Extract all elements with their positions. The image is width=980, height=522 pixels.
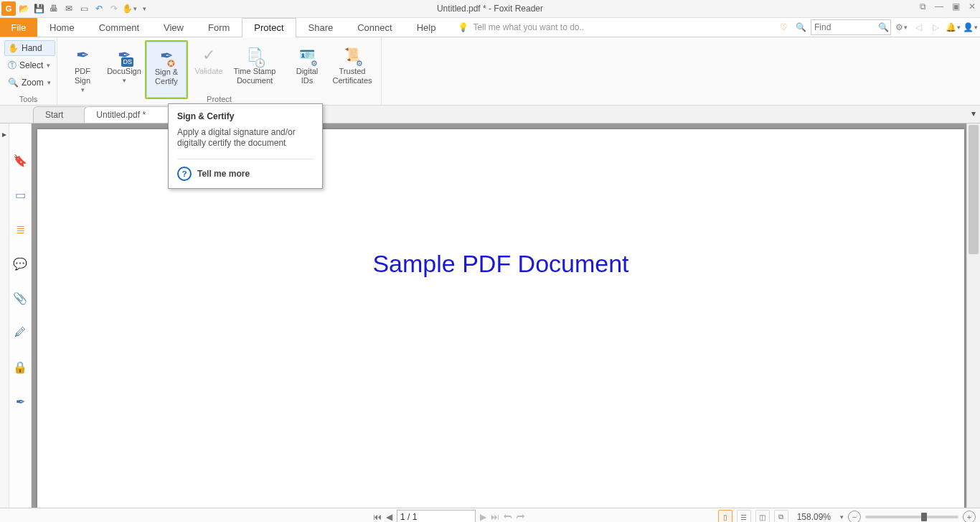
- status-bar: ⏮ ◀ 1 / 1 ▶ ⏭ ⮪ ⮫ ▯ ☰ ◫ ⧉ 158.09% ▾ − +: [0, 508, 980, 522]
- tooltip-title: Sign & Certify: [177, 111, 314, 121]
- hand-qat-icon[interactable]: ✋▾: [122, 1, 136, 16]
- settings-gear-icon[interactable]: ⚙▾: [894, 20, 908, 34]
- docusign-button[interactable]: ✒DS DocuSign ▾: [103, 40, 145, 98]
- sign-panel-icon[interactable]: ✒: [12, 393, 28, 409]
- ribbon-toggle-icon[interactable]: ⧉: [920, 1, 926, 11]
- hand-tool-label: Hand: [22, 43, 42, 53]
- find-input[interactable]: [811, 22, 876, 32]
- user-icon[interactable]: 👤▾: [963, 20, 977, 34]
- find-go-icon[interactable]: 🔍: [876, 22, 890, 32]
- doc-tab-start[interactable]: Start: [33, 106, 88, 123]
- pdf-sign-button[interactable]: ✒ PDF Sign ▾: [62, 40, 103, 98]
- next-view-icon[interactable]: ⮫: [517, 512, 525, 522]
- bookmarks-icon[interactable]: 🔖: [12, 152, 28, 168]
- select-tool[interactable]: ⓉSelect▾: [4, 57, 55, 73]
- maximize-icon[interactable]: ▣: [952, 1, 960, 11]
- heart-icon[interactable]: ♡: [776, 20, 791, 34]
- zoom-in-icon[interactable]: +: [963, 511, 976, 522]
- print-icon[interactable]: 🖶: [47, 1, 61, 16]
- layers-icon[interactable]: ≣: [12, 221, 28, 237]
- save-icon[interactable]: 💾: [32, 1, 46, 16]
- find-box[interactable]: 🔍: [811, 19, 891, 35]
- snapshot-icon[interactable]: ▭: [77, 1, 91, 16]
- security-icon[interactable]: 🔒: [12, 359, 28, 375]
- tooltip-more-label: Tell me more: [197, 169, 250, 179]
- tell-me-placeholder: Tell me what you want to do..: [473, 22, 584, 32]
- bell-icon[interactable]: 🔔▾: [946, 20, 960, 34]
- attachments-icon[interactable]: 📎: [12, 290, 28, 306]
- tooltip-tell-me-more[interactable]: ? Tell me more: [177, 159, 314, 181]
- tab-share[interactable]: Share: [296, 18, 346, 37]
- view-facing-icon[interactable]: ◫: [755, 510, 770, 522]
- search-doc-icon[interactable]: 🔍: [793, 20, 808, 34]
- zoom-icon: 🔍: [8, 78, 19, 88]
- sign-certify-tooltip: Sign & Certify Apply a digital signature…: [168, 103, 323, 189]
- zoom-tool[interactable]: 🔍Zoom▾: [4, 75, 55, 90]
- tab-home[interactable]: Home: [37, 18, 87, 37]
- left-collapse-handle[interactable]: ▸: [0, 123, 9, 508]
- sign-certify-icon: ✒✪: [160, 45, 173, 66]
- zoom-slider[interactable]: [865, 516, 958, 518]
- open-icon[interactable]: 📂: [17, 1, 31, 16]
- view-continuous-icon[interactable]: ☰: [737, 510, 751, 522]
- signatures-panel-icon[interactable]: 🖉: [12, 325, 28, 340]
- tools-group-label: Tools: [0, 95, 57, 103]
- validate-button: ✓ Validate: [188, 40, 230, 98]
- title-bar: G 📂 💾 🖶 ✉ ▭ ↶ ↷ ✋▾ ▾ Untitled.pdf * - Fo…: [0, 0, 980, 18]
- doc-tab-start-label: Start: [45, 110, 63, 120]
- next-page-icon[interactable]: ▶: [480, 512, 486, 522]
- trusted-certs-button[interactable]: 📜⚙ Trusted Certificates: [328, 40, 377, 98]
- email-icon[interactable]: ✉: [62, 1, 76, 16]
- view-continuous-facing-icon[interactable]: ⧉: [774, 510, 788, 522]
- pdf-sign-icon: ✒: [76, 44, 89, 65]
- close-icon[interactable]: ✕: [969, 1, 976, 11]
- zoom-slider-thumb[interactable]: [921, 513, 927, 521]
- tabs-dropdown-icon[interactable]: ▾: [971, 108, 976, 118]
- tab-view[interactable]: View: [151, 18, 196, 37]
- tab-connect[interactable]: Connect: [345, 18, 404, 37]
- last-page-icon[interactable]: ⏭: [491, 512, 499, 522]
- scrollbar-thumb[interactable]: [969, 125, 979, 254]
- tab-protect[interactable]: Protect: [242, 18, 296, 37]
- digital-ids-icon: 🪪⚙: [299, 44, 315, 65]
- zoom-out-icon[interactable]: −: [848, 511, 861, 522]
- tooltip-body: Apply a digital signature and/or digital…: [177, 127, 314, 149]
- undo-icon[interactable]: ↶: [92, 1, 106, 16]
- minimize-icon[interactable]: —: [935, 1, 943, 11]
- timestamp-button[interactable]: 📄🕒 Time Stamp Document: [230, 40, 280, 98]
- prev-result-icon[interactable]: ◁: [911, 20, 925, 34]
- zoom-tool-label: Zoom: [22, 78, 44, 88]
- hand-tool[interactable]: ✋Hand: [4, 40, 55, 56]
- comments-icon[interactable]: 💬: [12, 256, 28, 271]
- qat-customize-icon[interactable]: ▾: [137, 1, 151, 16]
- page-navigator: ⏮ ◀ 1 / 1 ▶ ⏭ ⮪ ⮫: [373, 510, 525, 522]
- sign-certify-label: Sign & Certify: [155, 67, 178, 86]
- doc-tab-untitled[interactable]: Untitled.pdf *: [84, 106, 171, 123]
- vertical-scrollbar[interactable]: [966, 123, 980, 508]
- tab-comment[interactable]: Comment: [87, 18, 151, 37]
- prev-view-icon[interactable]: ⮪: [504, 512, 512, 522]
- sign-certify-button[interactable]: ✒✪ Sign & Certify: [145, 40, 188, 99]
- prev-page-icon[interactable]: ◀: [386, 512, 392, 522]
- protect-group: ✒ PDF Sign ▾ ✒DS DocuSign ▾ ✒✪ Sign & Ce…: [57, 37, 382, 105]
- tab-form[interactable]: Form: [196, 18, 242, 37]
- file-menu[interactable]: File: [0, 18, 37, 37]
- tab-help[interactable]: Help: [405, 18, 448, 37]
- redo-icon[interactable]: ↷: [107, 1, 121, 16]
- view-single-icon[interactable]: ▯: [718, 510, 732, 522]
- quick-access-toolbar: G 📂 💾 🖶 ✉ ▭ ↶ ↷ ✋▾ ▾: [0, 1, 151, 16]
- page-number-box[interactable]: 1 / 1: [397, 510, 476, 522]
- zoom-dropdown-icon[interactable]: ▾: [840, 513, 844, 521]
- tell-me-search[interactable]: 💡 Tell me what you want to do..: [458, 18, 584, 37]
- tools-group: ✋Hand ⓉSelect▾ 🔍Zoom▾ Tools: [0, 37, 57, 105]
- timestamp-icon: 📄🕒: [247, 44, 263, 65]
- next-result-icon[interactable]: ▷: [928, 20, 943, 34]
- first-page-icon[interactable]: ⏮: [373, 512, 382, 522]
- docusign-icon: ✒DS: [118, 44, 131, 65]
- docusign-label: DocuSign: [107, 67, 141, 76]
- digital-ids-button[interactable]: 🪪⚙ Digital IDs: [286, 40, 328, 98]
- app-icon[interactable]: G: [1, 1, 16, 16]
- trusted-certs-icon: 📜⚙: [344, 44, 360, 65]
- window-controls: ⧉ — ▣ ✕: [920, 1, 976, 11]
- pages-icon[interactable]: ▭: [12, 187, 28, 202]
